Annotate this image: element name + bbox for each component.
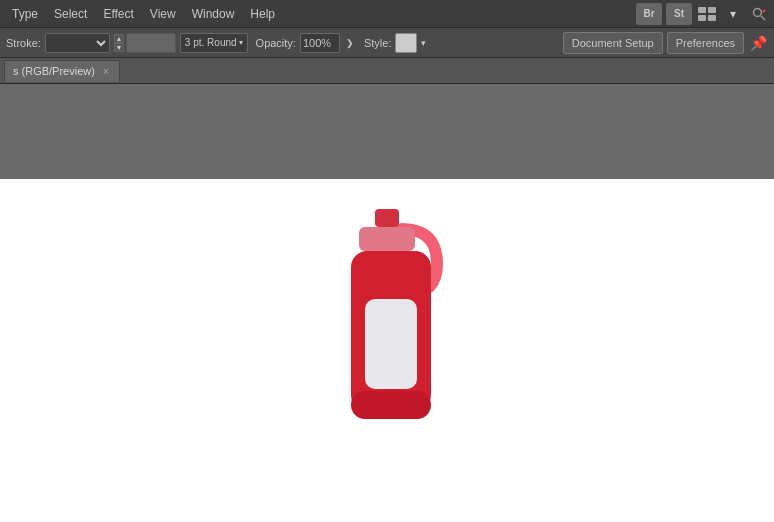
stroke-style-btn[interactable]: 3 pt. Round ▾ [180, 33, 248, 53]
app-icons: Br St ▾ [636, 3, 770, 25]
svg-rect-1 [708, 7, 716, 13]
tab-close-button[interactable]: × [101, 66, 111, 77]
svg-line-6 [763, 10, 765, 12]
style-swatch[interactable] [395, 33, 417, 53]
svg-rect-8 [359, 227, 415, 251]
svg-rect-3 [708, 15, 716, 21]
stroke-value-input[interactable] [126, 33, 176, 53]
stroke-down-btn[interactable]: ▼ [114, 43, 124, 52]
svg-rect-11 [351, 391, 431, 419]
opacity-label: Opacity: [256, 37, 296, 49]
menu-window[interactable]: Window [184, 0, 243, 27]
ketchup-bottle-svg [307, 199, 467, 479]
dark-canvas-area [0, 84, 774, 179]
document-tab[interactable]: s (RGB/Preview) × [4, 60, 120, 82]
tab-label: s (RGB/Preview) [13, 65, 95, 77]
bridge-icon[interactable]: Br [636, 3, 662, 25]
stroke-spinners: ▲ ▼ [114, 34, 124, 52]
svg-line-5 [761, 16, 765, 20]
menu-type[interactable]: Type [4, 0, 46, 27]
stroke-color-select[interactable] [45, 33, 110, 53]
style-dropdown-arrow[interactable]: ▾ [421, 38, 426, 48]
svg-point-4 [754, 8, 762, 16]
toolbar: Stroke: ▲ ▼ 3 pt. Round ▾ Opacity: ❯ Sty… [0, 28, 774, 58]
search-icon[interactable] [748, 3, 770, 25]
menu-select[interactable]: Select [46, 0, 95, 27]
opacity-input[interactable] [300, 33, 340, 53]
svg-rect-7 [375, 209, 399, 227]
stock-icon[interactable]: St [666, 3, 692, 25]
stroke-up-btn[interactable]: ▲ [114, 34, 124, 43]
workspace-arrow[interactable]: ▾ [722, 7, 744, 21]
white-canvas [0, 179, 774, 522]
preferences-button[interactable]: Preferences [667, 32, 744, 54]
document-setup-button[interactable]: Document Setup [563, 32, 663, 54]
bottle-illustration [307, 199, 467, 482]
style-label: Style: [364, 37, 392, 49]
stroke-label: Stroke: [6, 37, 41, 49]
workspace-icon[interactable] [696, 3, 718, 25]
svg-rect-2 [698, 15, 706, 21]
menu-bar: Type Select Effect View Window Help Br S… [0, 0, 774, 28]
menu-view[interactable]: View [142, 0, 184, 27]
menu-help[interactable]: Help [242, 0, 283, 27]
svg-rect-10 [365, 299, 417, 389]
svg-rect-0 [698, 7, 706, 13]
tab-bar: s (RGB/Preview) × [0, 58, 774, 84]
menu-effect[interactable]: Effect [95, 0, 141, 27]
opacity-arrow[interactable]: ❯ [344, 38, 356, 48]
pin-icon[interactable]: 📌 [748, 32, 768, 54]
